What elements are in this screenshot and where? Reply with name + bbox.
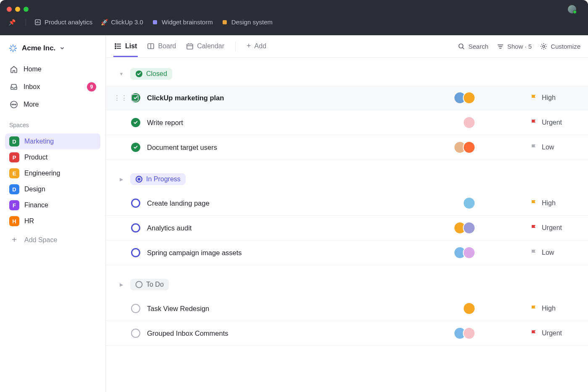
close-window[interactable] [7, 7, 12, 12]
svg-line-26 [463, 48, 465, 50]
svg-point-25 [459, 44, 463, 48]
view-tab-list[interactable]: List [113, 37, 138, 57]
task-status-icon[interactable] [131, 304, 140, 313]
assignee-avatar[interactable] [463, 246, 475, 259]
sidebar-space-item[interactable]: HHR [5, 213, 100, 229]
workspace-switcher[interactable]: Acme Inc. [5, 41, 100, 60]
view-tab-calendar[interactable]: Calendar [185, 37, 225, 57]
task-status-icon[interactable] [131, 248, 140, 257]
assignee-avatar[interactable] [463, 302, 475, 315]
sidebar-space-item[interactable]: FFinance [5, 197, 100, 213]
task-row[interactable]: ⋮⋮ ClickUp marketing plan High [106, 86, 588, 110]
assignee-avatar[interactable] [463, 222, 475, 234]
assignee-avatar[interactable] [463, 91, 475, 104]
task-status-icon[interactable] [131, 118, 140, 127]
task-checkbox[interactable] [131, 94, 139, 102]
priority-cell[interactable]: Low [530, 144, 576, 151]
minimize-window[interactable] [15, 7, 20, 12]
assignee-list [454, 327, 475, 340]
space-letter-icon: H [9, 216, 19, 226]
folder-icon [221, 19, 228, 26]
task-group: ▶ To Do Task View Redesign High Grouped … [106, 277, 588, 346]
app-window: 📌 Product analytics 🚀 ClickUp 3.0 Widget… [0, 0, 588, 392]
task-row[interactable]: Grouped Inbox Comments Urgent [106, 321, 588, 346]
nav-home[interactable]: Home [5, 61, 100, 77]
assignee-avatar[interactable] [463, 116, 475, 129]
collapse-toggle[interactable]: ▶ [118, 282, 125, 287]
tab-label: ClickUp 3.0 [111, 18, 143, 26]
search-button[interactable]: Search [458, 43, 488, 50]
svg-point-17 [115, 46, 116, 47]
pinned-tab[interactable]: 🚀 ClickUp 3.0 [101, 18, 143, 26]
assignee-list [463, 116, 475, 129]
space-label: Marketing [24, 138, 54, 145]
svg-line-5 [10, 46, 12, 47]
view-tab-label: List [125, 42, 137, 50]
task-title: Document target users [147, 144, 454, 152]
view-tab-board[interactable]: Board [146, 37, 177, 57]
nav-label: Inbox [24, 83, 40, 91]
priority-cell[interactable]: High [530, 305, 576, 312]
assignee-list [454, 141, 475, 154]
svg-line-8 [14, 46, 16, 47]
priority-cell[interactable]: Urgent [530, 119, 576, 126]
task-row[interactable]: Document target users Low [106, 135, 588, 160]
task-row[interactable]: Task View Redesign High [106, 296, 588, 321]
separator [235, 42, 236, 52]
pinned-tab[interactable]: Design system [221, 18, 273, 26]
nav-inbox[interactable]: Inbox 9 [5, 79, 100, 95]
assignee-avatar[interactable] [463, 327, 475, 340]
priority-cell[interactable]: Urgent [530, 224, 576, 232]
priority-cell[interactable]: Urgent [530, 329, 576, 337]
drag-handle-icon[interactable]: ⋮⋮ [113, 94, 128, 102]
priority-cell[interactable]: Low [530, 249, 576, 256]
space-label: Finance [24, 201, 48, 209]
chevron-down-icon [60, 46, 65, 51]
status-pill[interactable]: To Do [130, 279, 169, 290]
plus-icon: + [247, 42, 251, 50]
nav-more[interactable]: More [5, 97, 100, 112]
show-button[interactable]: Show · 5 [497, 43, 532, 50]
task-row[interactable]: Spring campaign image assets Low [106, 240, 588, 265]
collapse-toggle[interactable]: ▶ [118, 177, 125, 182]
status-pill[interactable]: Closed [130, 68, 172, 80]
assignee-avatar[interactable] [463, 197, 475, 209]
flag-icon [530, 329, 538, 337]
priority-cell[interactable]: High [530, 199, 576, 207]
assignee-avatar[interactable] [463, 141, 475, 154]
gear-icon [540, 43, 547, 50]
pinned-tab[interactable]: Product analytics [34, 18, 92, 26]
sidebar-space-item[interactable]: EEngineering [5, 165, 100, 181]
spaces-heading: Spaces [5, 114, 100, 132]
priority-cell[interactable]: High [530, 94, 576, 102]
priority-label: High [542, 199, 556, 207]
status-label: In Progress [146, 175, 181, 183]
task-status-icon[interactable] [131, 143, 140, 152]
space-letter-icon: E [9, 168, 19, 178]
task-title: ClickUp marketing plan [147, 94, 454, 102]
task-status-icon[interactable] [131, 329, 140, 338]
add-space-button[interactable]: + Add Space [5, 231, 100, 249]
status-icon [135, 175, 143, 183]
task-row[interactable]: Analytics audit Urgent [106, 216, 588, 240]
add-view-button[interactable]: + Add [246, 36, 267, 57]
workspace-name: Acme Inc. [22, 44, 55, 52]
sidebar-space-item[interactable]: DDesign [5, 181, 100, 197]
sidebar-space-item[interactable]: PProduct [5, 149, 100, 165]
customize-button[interactable]: Customize [540, 43, 580, 50]
sidebar-space-item[interactable]: DMarketing [5, 133, 100, 149]
task-row[interactable]: Create landing page High [106, 191, 588, 216]
maximize-window[interactable] [24, 7, 29, 12]
status-pill[interactable]: In Progress [130, 173, 186, 185]
task-status-icon[interactable] [131, 199, 140, 208]
pinned-tab[interactable]: Widget brainstorm [152, 18, 213, 26]
workspace-logo-icon [8, 44, 18, 53]
home-icon [9, 65, 18, 74]
collapse-toggle[interactable]: ▼ [118, 71, 125, 76]
task-row[interactable]: Write report Urgent [106, 110, 588, 135]
user-avatar[interactable] [568, 5, 576, 13]
task-status-icon[interactable] [131, 223, 140, 233]
view-tab-label: Calendar [197, 42, 224, 50]
nav-label: More [24, 101, 39, 108]
assignee-list [463, 302, 475, 315]
